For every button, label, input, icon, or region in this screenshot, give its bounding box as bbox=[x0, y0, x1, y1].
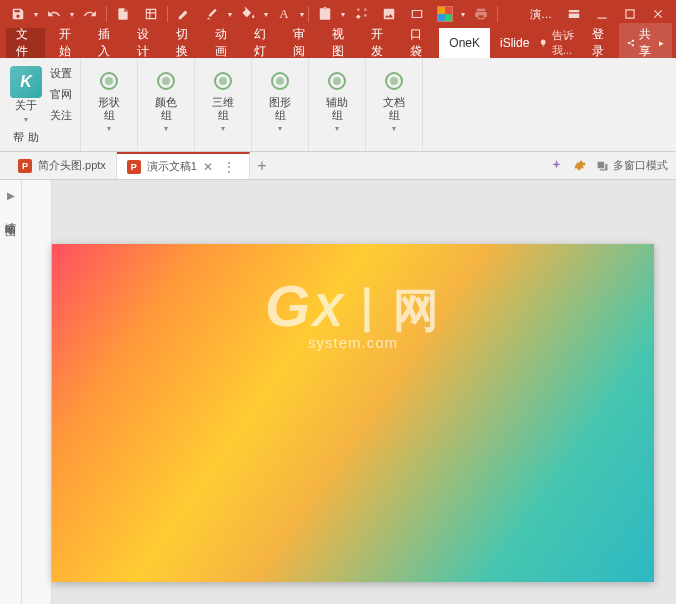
3d-group-button[interactable]: 三维组▾ bbox=[203, 64, 243, 135]
fontcolor-dropdown[interactable]: ▾ bbox=[298, 10, 306, 19]
help-label[interactable]: 帮 助 bbox=[13, 130, 38, 145]
tell-me-search[interactable]: 告诉我... bbox=[539, 28, 581, 58]
plugin-logo-icon: K bbox=[10, 66, 42, 98]
pen-icon[interactable] bbox=[170, 2, 198, 26]
watermark: GX丨网 system.com bbox=[265, 272, 441, 351]
tab-transition[interactable]: 切换 bbox=[166, 28, 205, 58]
gear-icon bbox=[573, 159, 586, 172]
redo-icon[interactable] bbox=[76, 2, 104, 26]
ribbon-mode-icon[interactable] bbox=[560, 2, 588, 26]
circle-icon bbox=[214, 72, 232, 90]
circle-icon bbox=[385, 72, 403, 90]
follow-link[interactable]: 关注 bbox=[50, 108, 72, 123]
3d-group-label: 三维组 bbox=[212, 96, 234, 122]
wand-icon[interactable] bbox=[347, 2, 375, 26]
doc-tab-label: 演示文稿1 bbox=[147, 159, 197, 174]
thumbnails-label: 缩略图 bbox=[3, 213, 18, 219]
save-dropdown[interactable]: ▾ bbox=[32, 10, 40, 19]
graphic-group-label: 图形组 bbox=[269, 96, 291, 122]
tab-menu-icon[interactable]: ⋮ bbox=[219, 160, 239, 174]
palette-dropdown[interactable]: ▾ bbox=[459, 10, 467, 19]
add-tab-button[interactable]: + bbox=[250, 157, 274, 175]
powerpoint-icon: P bbox=[18, 159, 32, 173]
about-label: 关于 bbox=[15, 98, 37, 113]
font-color-icon[interactable]: A bbox=[270, 2, 298, 26]
tab-file[interactable]: 文件 bbox=[6, 28, 45, 58]
share-label: 共享 bbox=[639, 26, 655, 60]
chevron-down-icon: ▾ bbox=[24, 115, 28, 124]
tab-close-icon[interactable]: ✕ bbox=[203, 160, 213, 174]
tab-home[interactable]: 开始 bbox=[49, 28, 88, 58]
slide-canvas-area[interactable]: GX丨网 system.com bbox=[52, 180, 676, 604]
new-file-icon[interactable] bbox=[109, 2, 137, 26]
image-icon[interactable] bbox=[375, 2, 403, 26]
tab-islide[interactable]: iSlide bbox=[490, 28, 539, 58]
circle-icon bbox=[328, 72, 346, 90]
settings-link[interactable]: 设置 bbox=[50, 66, 72, 81]
chevron-down-icon: ▾ bbox=[278, 124, 282, 133]
chevron-down-icon: ▾ bbox=[107, 124, 111, 133]
chevron-down-icon: ▾ bbox=[164, 124, 168, 133]
color-group-label: 颜色组 bbox=[155, 96, 177, 122]
undo-icon[interactable] bbox=[40, 2, 68, 26]
login-button[interactable]: 登录 bbox=[592, 26, 609, 60]
shape-group-button[interactable]: 形状组▾ bbox=[89, 64, 129, 135]
frame-icon[interactable] bbox=[403, 2, 431, 26]
circle-icon bbox=[100, 72, 118, 90]
bucket-icon[interactable] bbox=[234, 2, 262, 26]
tab-onekey[interactable]: OneK bbox=[439, 28, 490, 58]
doc-tab-label: 简介头图.pptx bbox=[38, 158, 106, 173]
table-icon[interactable] bbox=[137, 2, 165, 26]
multi-window-button[interactable]: 多窗口模式 bbox=[596, 158, 668, 173]
multi-window-label: 多窗口模式 bbox=[613, 158, 668, 173]
tab-design[interactable]: 设计 bbox=[127, 28, 166, 58]
undo-dropdown[interactable]: ▾ bbox=[68, 10, 76, 19]
vertical-ruler bbox=[22, 180, 52, 604]
chevron-down-icon: ▾ bbox=[221, 124, 225, 133]
highlighter-dropdown[interactable]: ▾ bbox=[226, 10, 234, 19]
chevron-down-icon: ▾ bbox=[335, 124, 339, 133]
doc-group-button[interactable]: 文档组▾ bbox=[374, 64, 414, 135]
chevron-right-icon: ▸ bbox=[659, 38, 664, 48]
tell-me-label: 告诉我... bbox=[552, 28, 582, 58]
tab-developer[interactable]: 开发 bbox=[361, 28, 400, 58]
share-button[interactable]: 共享 ▸ bbox=[619, 23, 672, 63]
document-tab[interactable]: P 简介头图.pptx bbox=[8, 152, 117, 179]
circle-icon bbox=[271, 72, 289, 90]
assist-group-button[interactable]: 辅助组▾ bbox=[317, 64, 357, 135]
graphic-group-button[interactable]: 图形组▾ bbox=[260, 64, 300, 135]
thumbnails-panel-collapsed[interactable]: ▶ 缩略图 bbox=[0, 180, 22, 604]
color-group-button[interactable]: 颜色组▾ bbox=[146, 64, 186, 135]
tab-review[interactable]: 审阅 bbox=[283, 28, 322, 58]
chevron-down-icon: ▾ bbox=[392, 124, 396, 133]
tab-slideshow[interactable]: 幻灯 bbox=[244, 28, 283, 58]
share-icon bbox=[627, 37, 635, 49]
shape-group-label: 形状组 bbox=[98, 96, 120, 122]
doc-group-label: 文档组 bbox=[383, 96, 405, 122]
save-icon[interactable] bbox=[4, 2, 32, 26]
paste-icon[interactable] bbox=[311, 2, 339, 26]
highligher-icon[interactable] bbox=[198, 2, 226, 26]
tab-animation[interactable]: 动画 bbox=[205, 28, 244, 58]
assist-group-label: 辅助组 bbox=[326, 96, 348, 122]
chevron-right-icon[interactable]: ▶ bbox=[7, 190, 15, 201]
slide[interactable]: GX丨网 system.com bbox=[52, 244, 654, 582]
settings-button[interactable] bbox=[573, 159, 586, 172]
about-button[interactable]: K 关于 ▾ bbox=[8, 64, 44, 126]
color-palette-icon[interactable] bbox=[431, 2, 459, 26]
magic-button[interactable] bbox=[550, 159, 563, 172]
paste-dropdown[interactable]: ▾ bbox=[339, 10, 347, 19]
print-icon[interactable] bbox=[467, 2, 495, 26]
circle-icon bbox=[157, 72, 175, 90]
windows-icon bbox=[596, 159, 609, 172]
bucket-dropdown[interactable]: ▾ bbox=[262, 10, 270, 19]
minimize-icon[interactable] bbox=[588, 2, 616, 26]
website-link[interactable]: 官网 bbox=[50, 87, 72, 102]
document-tab-active[interactable]: P 演示文稿1 ✕ ⋮ bbox=[117, 152, 250, 179]
window-title: 演… bbox=[530, 7, 552, 22]
tab-insert[interactable]: 插入 bbox=[88, 28, 127, 58]
lightbulb-icon bbox=[539, 37, 547, 49]
tab-pocket[interactable]: 口袋 bbox=[400, 28, 439, 58]
powerpoint-icon: P bbox=[127, 160, 141, 174]
tab-view[interactable]: 视图 bbox=[322, 28, 361, 58]
